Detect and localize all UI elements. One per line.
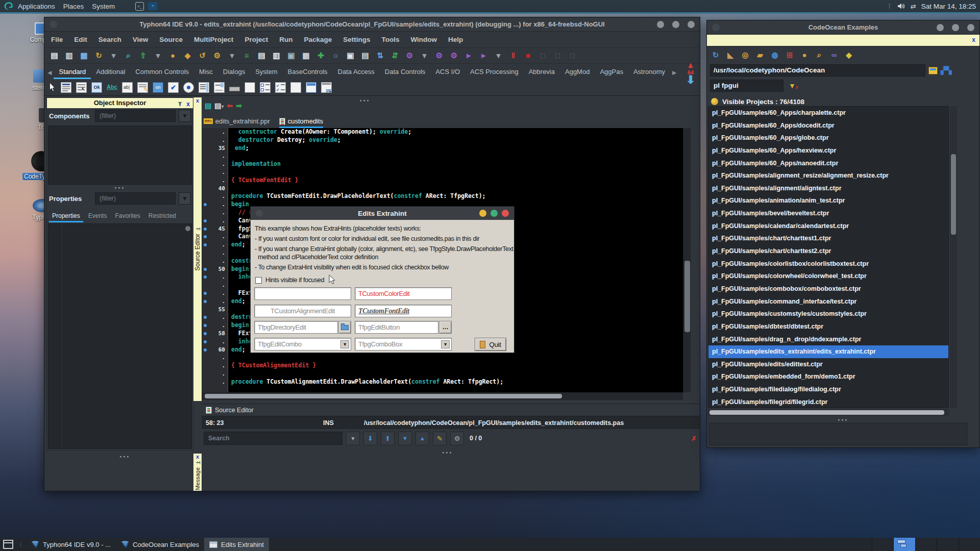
search-input[interactable]: Search [204, 432, 342, 445]
component-checklist-icon[interactable] [260, 82, 271, 93]
palette-tab-misc[interactable]: Misc [194, 68, 218, 79]
ide-menu-settings[interactable]: Settings [337, 36, 376, 43]
path-field[interactable]: /usr/local/codetyphon/CodeOcean [710, 64, 925, 77]
open-recent-icon[interactable]: ↻ [91, 50, 106, 61]
palette-tab-additional[interactable]: Additional [91, 68, 130, 79]
pkg2-icon[interactable]: ⚙ [432, 50, 447, 61]
palette-tab-acs-i-o[interactable]: ACS I/O [430, 68, 465, 79]
palette-tab-astronomy[interactable]: Astronomy [628, 68, 670, 79]
splitter-handle[interactable]: ●●● [432, 450, 463, 454]
tab-source-editor[interactable]: Source Editor [202, 407, 258, 414]
folder-r-icon[interactable]: ▰ [754, 50, 766, 60]
workspace-2[interactable] [893, 538, 915, 551]
palette-tab-basecontrols[interactable]: BaseControls [283, 68, 333, 79]
component-checkgroup-icon[interactable]: ✔✔ [275, 82, 286, 93]
project-item[interactable]: pl_FpGUI/samples/dbtest/dbtest.ctpr [708, 320, 948, 333]
code-line[interactable]: . [202, 152, 691, 160]
view-forms-icon[interactable]: ▦ [299, 50, 313, 61]
refresh-icon[interactable]: ↻ [710, 50, 721, 60]
globe-doc-icon[interactable]: ◍ [769, 50, 780, 60]
build2-icon[interactable]: ▤ [358, 50, 373, 61]
filter-icon[interactable]: ▼ [179, 110, 191, 122]
splitter-handle[interactable]: ●●● [110, 455, 140, 458]
speaker-icon[interactable] [897, 3, 905, 10]
close-search-icon[interactable]: ✗ [691, 435, 697, 442]
window-menu-icon[interactable] [50, 20, 57, 28]
ide-menu-project[interactable]: Project [239, 36, 274, 43]
window-menu-icon[interactable] [256, 210, 263, 217]
properties-grid[interactable] [48, 223, 192, 449]
pin-icon[interactable]: Ŧ [178, 99, 182, 109]
project-item[interactable]: pl_FpGUI/samples/customstyles/customstyl… [708, 308, 948, 320]
taskbar-task-typhon64-ide-v9-0-[interactable]: Typhon64 IDE v9.0 - ... [26, 538, 116, 551]
component-frame-window-icon[interactable] [306, 82, 316, 93]
splitter-handle[interactable]: ●●● [707, 418, 979, 421]
add-icon[interactable]: ✚ [313, 50, 328, 61]
palette-tab-aggpas[interactable]: AggPas [595, 68, 628, 79]
font-edit-field[interactable]: TCustomFontEdit [355, 305, 452, 317]
taskbar-task-codeocean-examples[interactable]: CodeOcean Examples [116, 538, 204, 551]
code-line[interactable]: . constructor Create(AOwner: TComponent)… [202, 128, 691, 136]
maximize-button[interactable] [672, 21, 679, 28]
folder2-icon[interactable]: ◆ [180, 50, 195, 61]
toggle-icon[interactable]: ▥ [269, 50, 284, 61]
close-button[interactable] [502, 210, 509, 217]
checkbox-box[interactable] [255, 277, 262, 284]
project-item[interactable]: pl_FpGUI/samples/60_Apps/hexview.ctpr [708, 144, 948, 157]
component-memo-icon[interactable]: ✎ [137, 82, 148, 93]
close-button[interactable] [688, 21, 695, 28]
component-checkbox-icon[interactable]: ✔ [168, 82, 179, 93]
hints-visible-checkbox[interactable]: Hints visible if focused [255, 275, 336, 285]
doc-dropdown-icon[interactable]: ▤▾ [214, 102, 224, 110]
stop-icon[interactable]: ■ [521, 50, 535, 61]
filter-clear-icon[interactable]: ▼✗ [789, 82, 796, 90]
find-icon[interactable]: ⌕ [121, 50, 136, 61]
component-groupbox-ok-icon[interactable]: Ok [321, 82, 332, 93]
properties-filter-input[interactable]: (filter) [95, 192, 176, 205]
component-radiobutton-icon[interactable] [183, 82, 194, 93]
code-line[interactable]: .{ TCustomFontEdit } [202, 177, 691, 185]
folder1-icon[interactable]: ● [165, 50, 180, 61]
clock[interactable]: Sat Mar 14, 18:25 [921, 3, 976, 10]
combo-arrow-icon[interactable]: ▼ [441, 340, 450, 348]
code-line[interactable]: 35 end; [202, 144, 691, 153]
filter-input[interactable]: pl fpgui [710, 80, 783, 92]
palette-tab-aggmod[interactable]: AggMod [560, 68, 595, 79]
back-arrow-icon[interactable]: ⬅ [227, 102, 233, 110]
close-button[interactable] [967, 24, 974, 31]
component-cursor-icon[interactable] [48, 83, 56, 92]
codeocean-titlebar[interactable]: CodeOcean Examples [707, 20, 979, 35]
palette-tab-abbrevia[interactable]: Abbrevia [524, 68, 560, 79]
component-splitter-icon[interactable] [229, 87, 240, 91]
project-item[interactable]: pl_FpGUI/samples/animation/anim_test.ctp… [708, 194, 948, 207]
list-hscrollbar[interactable] [708, 409, 949, 416]
project-item[interactable]: pl_FpGUI/samples/edits_extrahint/edits_e… [708, 345, 948, 358]
component-popup-menu-icon[interactable]: ↖ [76, 82, 87, 93]
clock-up-icon[interactable]: ● [799, 50, 810, 60]
new-form-icon[interactable]: ▥ [62, 50, 77, 61]
ide-menu-view[interactable]: View [127, 36, 154, 43]
project-item[interactable]: pl_FpGUI/samples/alignment/aligntest.ctp… [708, 182, 948, 195]
ide-titlebar[interactable]: Typhon64 IDE v9.0 - edits_extrahint (/us… [44, 17, 700, 32]
edit-button-field[interactable]: TfpgEditButton [355, 321, 438, 334]
object-inspector-titlebar[interactable]: Object Inspector Ŧ x [47, 98, 193, 108]
palette-tab-standard[interactable]: Standard [54, 68, 91, 79]
oi-tab-favorites[interactable]: Favorites [112, 212, 143, 222]
alignment-edit-field[interactable]: TCustomAlignmentEdit [254, 305, 351, 317]
code-line[interactable]: 40 [202, 185, 691, 193]
run-file-icon[interactable]: ► [461, 50, 476, 61]
combo-box-field[interactable]: TfpgComboBox▼ [355, 338, 452, 350]
code-line[interactable]: .implementation [202, 160, 691, 168]
project-item[interactable]: pl_FpGUI/samples/chart/charttest1.ctpr [708, 232, 948, 245]
project-item[interactable]: pl_FpGUI/samples/chart/charttest2.ctpr [708, 245, 948, 258]
close-icon[interactable]: x [193, 97, 202, 104]
ellipsis-button[interactable]: … [439, 321, 452, 334]
ide-menu-help[interactable]: Help [443, 36, 469, 43]
ide-menu-file[interactable]: File [45, 36, 68, 43]
splitter-handle[interactable]: ●●● [47, 186, 193, 189]
map-icon[interactable]: ▞▚ [941, 66, 952, 74]
component-panel-clip-icon[interactable] [244, 82, 255, 93]
project-item[interactable]: pl_FpGUI/samples/60_Apps/docedit.ctpr [708, 119, 948, 132]
ide-menu-package[interactable]: Package [298, 36, 337, 43]
ide-menu-source[interactable]: Source [154, 36, 188, 43]
